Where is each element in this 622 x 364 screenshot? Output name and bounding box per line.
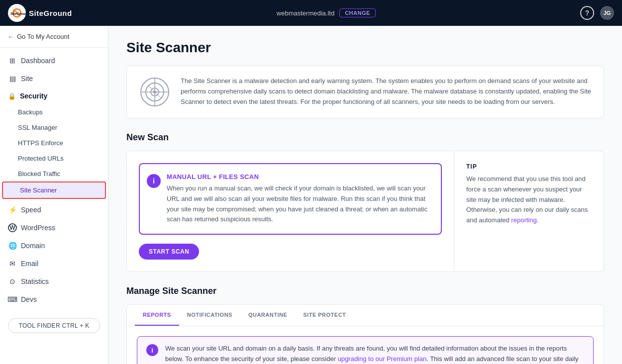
scan-left: i MANUAL URL + FILES SCAN When you run a… bbox=[127, 151, 454, 272]
tab-site-protect[interactable]: SITE PROTECT bbox=[295, 305, 354, 326]
tab-notifications[interactable]: NOTIFICATIONS bbox=[179, 305, 240, 326]
scan-card-desc: When you run a manual scan, we will chec… bbox=[167, 183, 432, 225]
sidebar-item-label: Security bbox=[20, 92, 47, 100]
manage-body: i We scan your site URL and domain on a … bbox=[127, 326, 604, 364]
new-scan-title: New Scan bbox=[126, 132, 604, 143]
page-title: Site Scanner bbox=[126, 40, 604, 56]
header-right: ? JG bbox=[580, 6, 614, 20]
sidebar-item-email[interactable]: ✉ Email bbox=[0, 255, 108, 273]
sidebar-back[interactable]: ← Go To My Account bbox=[0, 26, 108, 48]
siteground-logo-icon: SiteGround bbox=[8, 4, 26, 22]
manage-title: Manage Site Scanner bbox=[126, 286, 604, 296]
sidebar-item-label: Email bbox=[21, 260, 38, 268]
sidebar-item-domain[interactable]: 🌐 Domain bbox=[0, 237, 108, 255]
tip-description: We recommend that you use this tool and … bbox=[466, 174, 592, 226]
tabs-bar: REPORTS NOTIFICATIONS QUARANTINE SITE PR… bbox=[127, 305, 604, 326]
tab-reports[interactable]: REPORTS bbox=[135, 305, 179, 326]
scanner-icon bbox=[139, 76, 171, 108]
manage-section: REPORTS NOTIFICATIONS QUARANTINE SITE PR… bbox=[126, 304, 604, 364]
tip-text-after: . bbox=[537, 216, 539, 224]
help-button[interactable]: ? bbox=[580, 6, 594, 20]
sidebar: ← Go To My Account ⊞ Dashboard ▤ Site 🔒 … bbox=[0, 26, 108, 364]
sidebar-item-label: Devs bbox=[21, 295, 37, 303]
domain-selector: webmastermedia.ltd CHANGE bbox=[277, 8, 376, 17]
svg-text:SiteGround: SiteGround bbox=[10, 12, 26, 15]
scan-card: i MANUAL URL + FILES SCAN When you run a… bbox=[139, 163, 442, 235]
scan-card-title: MANUAL URL + FILES SCAN bbox=[167, 173, 432, 181]
sidebar-item-devs[interactable]: ⌨ Devs bbox=[0, 290, 108, 308]
tool-finder-button[interactable]: TOOL FINDER CTRL + K bbox=[8, 318, 100, 333]
sidebar-item-dashboard[interactable]: ⊞ Dashboard bbox=[0, 52, 108, 70]
main-content: Site Scanner The Site Scanner is a malwa… bbox=[108, 26, 622, 364]
header: SiteGround SiteGround webmastermedia.ltd… bbox=[0, 0, 622, 26]
logo: SiteGround SiteGround bbox=[8, 4, 72, 22]
security-icon: 🔒 bbox=[8, 92, 16, 100]
back-arrow-icon: ← bbox=[8, 33, 14, 40]
domain-name: webmastermedia.ltd bbox=[277, 9, 334, 17]
sidebar-item-ssl-manager[interactable]: SSL Manager bbox=[0, 120, 108, 135]
sidebar-section: ⊞ Dashboard ▤ Site 🔒 Security Backups SS… bbox=[0, 48, 108, 312]
sidebar-item-site-scanner[interactable]: Site Scanner bbox=[2, 182, 106, 199]
info-box: The Site Scanner is a malware detection … bbox=[126, 66, 604, 118]
alert-link[interactable]: upgrading to our Premium plan bbox=[338, 355, 427, 363]
sidebar-item-label: Statistics bbox=[21, 277, 49, 285]
sidebar-item-wordpress[interactable]: W WordPress bbox=[0, 219, 108, 237]
scan-card-icon: i bbox=[147, 174, 161, 188]
scan-right: TIP We recommend that you use this tool … bbox=[454, 151, 604, 272]
sidebar-item-blocked-traffic[interactable]: Blocked Traffic bbox=[0, 166, 108, 182]
sidebar-item-https-enforce[interactable]: HTTPS Enforce bbox=[0, 135, 108, 151]
sidebar-item-site[interactable]: ▤ Site bbox=[0, 70, 108, 88]
tip-title: TIP bbox=[466, 163, 592, 170]
tab-quarantine[interactable]: QUARANTINE bbox=[240, 305, 295, 326]
domain-icon: 🌐 bbox=[8, 241, 17, 250]
sidebar-item-label: Dashboard bbox=[21, 57, 55, 65]
speed-icon: ⚡ bbox=[8, 205, 17, 214]
alert-icon: i bbox=[146, 344, 158, 356]
info-text: The Site Scanner is a malware detection … bbox=[181, 76, 592, 107]
alert-text: We scan your site URL and domain on a da… bbox=[165, 344, 584, 364]
statistics-icon: ⊙ bbox=[8, 277, 17, 286]
devs-icon: ⌨ bbox=[8, 295, 17, 304]
back-label: Go To My Account bbox=[17, 33, 69, 40]
sidebar-item-security[interactable]: 🔒 Security bbox=[0, 88, 108, 104]
sidebar-item-statistics[interactable]: ⊙ Statistics bbox=[0, 273, 108, 290]
sidebar-item-protected-urls[interactable]: Protected URLs bbox=[0, 151, 108, 166]
alert-box: i We scan your site URL and domain on a … bbox=[137, 336, 594, 364]
sidebar-item-label: Site bbox=[21, 75, 33, 83]
sidebar-item-speed[interactable]: ⚡ Speed bbox=[0, 201, 108, 219]
sidebar-item-label: Speed bbox=[21, 206, 41, 214]
email-icon: ✉ bbox=[8, 259, 17, 268]
dashboard-icon: ⊞ bbox=[8, 56, 17, 65]
tip-link[interactable]: reporting bbox=[511, 216, 536, 224]
site-icon: ▤ bbox=[8, 74, 17, 83]
sidebar-item-label: Domain bbox=[21, 242, 45, 250]
scan-area: i MANUAL URL + FILES SCAN When you run a… bbox=[126, 151, 604, 272]
logo-text: SiteGround bbox=[29, 9, 72, 17]
start-scan-button[interactable]: START SCAN bbox=[139, 244, 199, 260]
sidebar-item-backups[interactable]: Backups bbox=[0, 104, 108, 120]
wordpress-icon: W bbox=[8, 223, 17, 232]
sidebar-item-label: WordPress bbox=[21, 224, 55, 232]
scan-card-content: MANUAL URL + FILES SCAN When you run a m… bbox=[167, 173, 432, 225]
layout: ← Go To My Account ⊞ Dashboard ▤ Site 🔒 … bbox=[0, 26, 622, 364]
change-button[interactable]: CHANGE bbox=[339, 8, 376, 17]
avatar[interactable]: JG bbox=[600, 6, 614, 20]
